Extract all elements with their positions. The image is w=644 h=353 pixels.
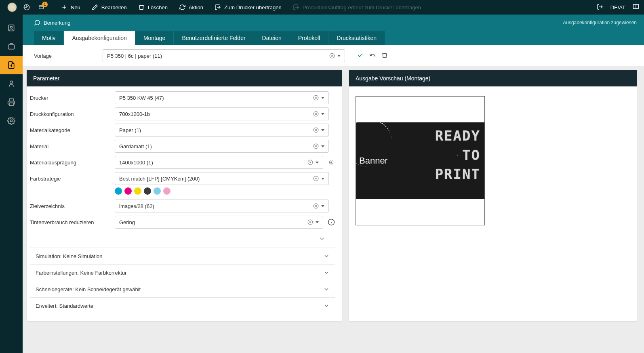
drucker-value: P5 350 KW 45 (47) bbox=[119, 95, 164, 101]
dashboard-icon[interactable] bbox=[19, 0, 34, 15]
crop-icon[interactable] bbox=[327, 158, 335, 166]
delete-button[interactable]: Löschen bbox=[133, 0, 173, 15]
dropdown-icon[interactable] bbox=[321, 178, 324, 180]
edit-button[interactable]: Bearbeiten bbox=[86, 0, 133, 15]
clear-icon[interactable] bbox=[329, 53, 335, 59]
tab-custom[interactable]: Benutzerdefinierte Felder bbox=[174, 31, 253, 45]
clear-icon[interactable] bbox=[307, 160, 313, 165]
vorlage-label: Vorlage bbox=[34, 53, 95, 59]
accordion-simulation[interactable]: Simulation: Keine Simulation bbox=[30, 248, 335, 264]
color-swatches bbox=[115, 187, 335, 195]
clear-icon[interactable] bbox=[313, 203, 319, 209]
color-swatch bbox=[154, 187, 161, 195]
dropdown-icon[interactable] bbox=[321, 113, 324, 115]
edit-label: Bearbeiten bbox=[101, 4, 127, 11]
logout-icon[interactable] bbox=[597, 4, 603, 11]
notifications-icon[interactable]: 1 bbox=[34, 0, 48, 15]
action-button[interactable]: Aktion bbox=[173, 0, 209, 15]
status-text: Ausgabekonfiguration zugewiesen bbox=[563, 20, 644, 25]
tab-dateien[interactable]: Dateien bbox=[254, 31, 290, 45]
dropdown-icon[interactable] bbox=[321, 145, 324, 147]
dropdown-icon[interactable] bbox=[321, 129, 324, 131]
info-icon[interactable] bbox=[327, 218, 335, 226]
new-label: Neu bbox=[71, 4, 80, 11]
panel-parameter-title: Parameter bbox=[27, 70, 342, 86]
zielverz-value: images/28 (62) bbox=[119, 203, 154, 209]
bemerkung-button[interactable]: Bemerkung bbox=[34, 19, 70, 26]
tab-motiv[interactable]: Motiv bbox=[34, 31, 63, 45]
clear-icon[interactable] bbox=[313, 111, 319, 117]
matauspr-input[interactable]: 1400x1000 (1) bbox=[115, 156, 323, 169]
accordion-schneid[interactable]: Schneidegeräte: Kein Schneidegerät gewäh… bbox=[30, 281, 335, 297]
preview-line1: READY bbox=[435, 126, 480, 146]
druckkonfig-input[interactable]: 700x1200-1b bbox=[115, 107, 329, 120]
accordion-farbe[interactable]: Farbeinstellungen: Keine Farbkorrektur bbox=[30, 264, 335, 281]
resend-label: Produktionsauftrag erneut zum Drucker üb… bbox=[303, 4, 421, 11]
svg-point-10 bbox=[11, 26, 13, 28]
clear-icon[interactable] bbox=[313, 176, 319, 181]
preview-image: Banner READY TO PRINT bbox=[356, 122, 484, 199]
material-value: Gardamatt (1) bbox=[119, 143, 152, 149]
clear-icon[interactable] bbox=[313, 143, 319, 149]
avatar-icon[interactable] bbox=[5, 0, 19, 15]
matauspr-label: Materialausprägung bbox=[30, 160, 115, 166]
tab-montage[interactable]: Montage bbox=[135, 31, 173, 45]
tinten-input[interactable]: Gering bbox=[115, 216, 323, 229]
accordion-schneid-label: Schneidegeräte: Kein Schneidegerät gewäh… bbox=[36, 286, 141, 292]
notification-badge: 1 bbox=[42, 2, 48, 7]
dropdown-icon[interactable] bbox=[337, 55, 341, 57]
new-button[interactable]: Neu bbox=[55, 0, 86, 15]
tab-protokoll[interactable]: Protokoll bbox=[290, 31, 328, 45]
svg-point-13 bbox=[11, 120, 13, 122]
drucker-input[interactable]: P5 350 KW 45 (47) bbox=[115, 91, 329, 104]
trash-icon[interactable] bbox=[381, 52, 388, 60]
color-swatch bbox=[134, 187, 141, 195]
accordion-farbe-label: Farbeinstellungen: Keine Farbkorrektur bbox=[36, 270, 126, 276]
sidebar-item-2[interactable] bbox=[0, 37, 23, 56]
action-label: Aktion bbox=[189, 4, 203, 11]
expand-icon[interactable] bbox=[315, 233, 329, 245]
material-label: Material bbox=[30, 143, 115, 149]
tab-ausgabe[interactable]: Ausgabekonfiguration bbox=[64, 31, 135, 45]
sidebar-item-6[interactable] bbox=[0, 111, 23, 130]
confirm-icon[interactable] bbox=[357, 52, 364, 60]
farbstr-input[interactable]: Best match [LFP] [CMYKcm] (200) bbox=[115, 172, 329, 185]
clear-icon[interactable] bbox=[307, 219, 313, 225]
tab-stats[interactable]: Druckstatistiken bbox=[328, 31, 385, 45]
material-input[interactable]: Gardamatt (1) bbox=[115, 140, 329, 153]
undo-icon[interactable] bbox=[369, 52, 376, 60]
sidebar-item-3[interactable] bbox=[0, 56, 23, 74]
locale-label[interactable]: DE/AT bbox=[610, 4, 625, 11]
svg-point-33 bbox=[331, 162, 332, 163]
druckkonfig-label: Druckkonfiguration bbox=[30, 111, 115, 117]
clear-icon[interactable] bbox=[313, 127, 319, 133]
dropdown-icon[interactable] bbox=[316, 162, 319, 164]
zielverz-input[interactable]: images/28 (62) bbox=[115, 200, 329, 212]
color-swatch bbox=[144, 187, 151, 195]
color-swatch bbox=[163, 187, 170, 195]
clear-icon[interactable] bbox=[313, 95, 319, 101]
help-icon[interactable] bbox=[633, 4, 639, 11]
delete-label: Löschen bbox=[148, 4, 168, 11]
tinten-label: Tintenverbrauch reduzieren bbox=[30, 219, 115, 225]
drucker-label: Drucker bbox=[30, 95, 115, 101]
dropdown-icon[interactable] bbox=[321, 97, 324, 99]
sidebar-item-1[interactable] bbox=[0, 19, 23, 37]
farbstr-value: Best match [LFP] [CMYKcm] (200) bbox=[119, 176, 200, 182]
zielverz-label: Zielverzeichnis bbox=[30, 203, 115, 209]
sidebar-item-4[interactable] bbox=[0, 74, 23, 93]
sidebar-item-5[interactable] bbox=[0, 93, 23, 111]
accordion-erweitert-label: Erweitert: Standardwerte bbox=[36, 303, 93, 309]
tinten-value: Gering bbox=[119, 219, 135, 225]
dropdown-icon[interactable] bbox=[321, 205, 324, 207]
preview-banner-label: Banner bbox=[359, 155, 388, 166]
matkat-input[interactable]: Paper (1) bbox=[115, 124, 329, 137]
accordion-erweitert[interactable]: Erweitert: Standardwerte bbox=[30, 297, 335, 314]
bemerkung-label: Bemerkung bbox=[44, 20, 70, 26]
dropdown-icon[interactable] bbox=[316, 221, 319, 223]
svg-point-12 bbox=[10, 81, 13, 84]
color-swatch bbox=[124, 187, 132, 195]
matkat-label: Materialkategorie bbox=[30, 127, 115, 133]
to-printer-button[interactable]: Zum Drucker übertragen bbox=[209, 0, 287, 15]
vorlage-select[interactable]: P5 350 | 6c | paper (11) bbox=[103, 49, 345, 62]
